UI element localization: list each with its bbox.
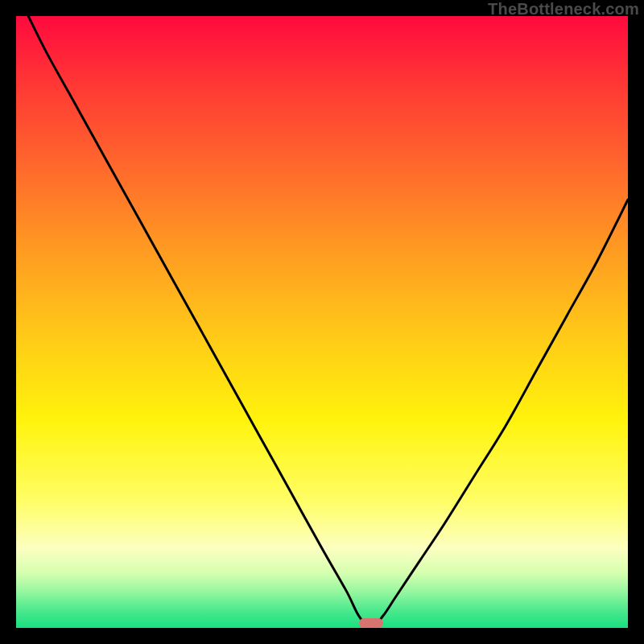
- bottleneck-curve: [28, 16, 628, 628]
- curve-svg: [16, 16, 628, 628]
- minimum-marker: [359, 618, 383, 628]
- chart-frame: TheBottleneck.com: [0, 0, 644, 644]
- plot-area: [16, 16, 628, 628]
- attribution-text: TheBottleneck.com: [488, 0, 639, 19]
